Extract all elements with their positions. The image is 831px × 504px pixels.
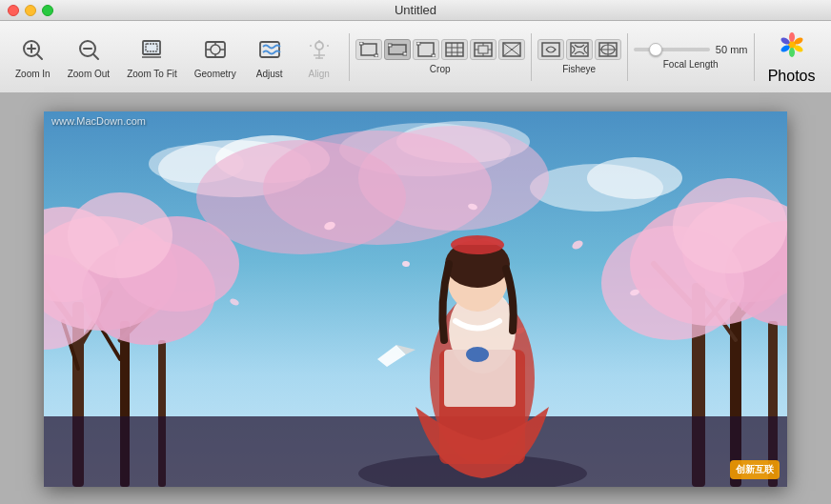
minimize-button[interactable] — [25, 5, 36, 16]
corner-logo: 创新互联 — [730, 460, 780, 479]
zoom-out-label: Zoom Out — [68, 69, 110, 79]
zoom-out-button[interactable]: Zoom Out — [60, 29, 117, 86]
crop-diagonal-button[interactable] — [498, 39, 525, 60]
focal-slider-row: 50 mm — [634, 44, 748, 55]
svg-point-16 — [315, 42, 323, 50]
crop-grid-button[interactable] — [441, 39, 468, 60]
svg-line-3 — [37, 54, 42, 59]
geometry-button[interactable]: Geometry — [187, 29, 244, 86]
svg-rect-15 — [260, 42, 279, 57]
crop-label: Crop — [430, 64, 451, 74]
fisheye-pincushion-button[interactable] — [566, 39, 593, 60]
svg-point-98 — [673, 178, 787, 273]
image-canvas: www.MacDown.com 创新互联 — [44, 111, 787, 487]
zoom-out-icon — [73, 34, 104, 65]
focal-length-value: 50 mm — [716, 44, 748, 55]
separator-4 — [754, 33, 755, 81]
separator-1 — [349, 33, 350, 81]
window-title: Untitled — [395, 3, 436, 17]
geometry-label: Geometry — [194, 69, 236, 79]
crop-group: Crop — [355, 39, 525, 74]
zoom-to-fit-label: Zoom To Fit — [127, 69, 177, 79]
adjust-button[interactable]: Adjust — [246, 29, 294, 86]
scene: www.MacDown.com 创新互联 — [44, 111, 787, 487]
svg-point-86 — [68, 192, 172, 278]
svg-rect-23 — [361, 44, 376, 55]
svg-point-101 — [196, 140, 406, 254]
align-icon — [304, 34, 334, 65]
traffic-lights — [8, 5, 53, 16]
photos-button[interactable]: Photos — [760, 26, 823, 89]
separator-3 — [627, 33, 628, 81]
crop-icons-row — [355, 39, 525, 60]
focal-length-label: Focal Length — [663, 59, 719, 70]
align-label: Align — [309, 69, 330, 79]
svg-rect-53 — [571, 43, 588, 56]
crop-16x9-button[interactable] — [384, 39, 411, 60]
svg-rect-38 — [446, 43, 463, 56]
fisheye-label: Fisheye — [562, 64, 596, 74]
crop-original-button[interactable] — [355, 39, 382, 60]
geometry-icon — [200, 34, 231, 65]
adjust-label: Adjust — [256, 69, 283, 79]
svg-rect-52 — [542, 43, 559, 56]
focal-length-group: 50 mm Focal Length — [634, 44, 748, 70]
zoom-to-fit-icon — [136, 34, 167, 65]
maximize-button[interactable] — [42, 5, 53, 16]
crop-center-button[interactable] — [470, 39, 497, 60]
fisheye-wide-button[interactable] — [595, 39, 621, 60]
svg-point-118 — [466, 347, 489, 362]
svg-rect-44 — [478, 46, 488, 53]
scene-svg — [44, 111, 787, 487]
adjust-icon — [254, 34, 285, 65]
svg-point-59 — [789, 32, 795, 42]
svg-point-62 — [789, 48, 795, 57]
crop-4x3-button[interactable] — [413, 39, 439, 60]
align-button[interactable]: Align — [295, 29, 343, 86]
main-content: www.MacDown.com 创新互联 — [0, 93, 831, 504]
zoom-in-icon — [17, 34, 48, 65]
title-bar: Untitled — [0, 0, 831, 21]
fisheye-icons-row — [537, 39, 621, 60]
close-button[interactable] — [8, 5, 19, 16]
watermark: www.MacDown.com — [51, 115, 146, 127]
svg-line-6 — [93, 54, 98, 59]
zoom-to-fit-button[interactable]: Zoom To Fit — [119, 29, 185, 86]
separator-2 — [531, 33, 532, 81]
fisheye-barrel-button[interactable] — [537, 39, 564, 60]
svg-point-70 — [587, 157, 682, 199]
fisheye-group: Fisheye — [537, 39, 621, 74]
photos-label: Photos — [768, 68, 816, 85]
toolbar: Zoom In Zoom Out Zoom To Fit — [0, 21, 831, 93]
photos-icon — [777, 30, 807, 64]
zoom-in-button[interactable]: Zoom In — [8, 29, 58, 86]
zoom-in-label: Zoom In — [15, 69, 51, 79]
image-container: www.MacDown.com 创新互联 — [44, 111, 787, 487]
focal-length-slider[interactable] — [634, 48, 710, 51]
